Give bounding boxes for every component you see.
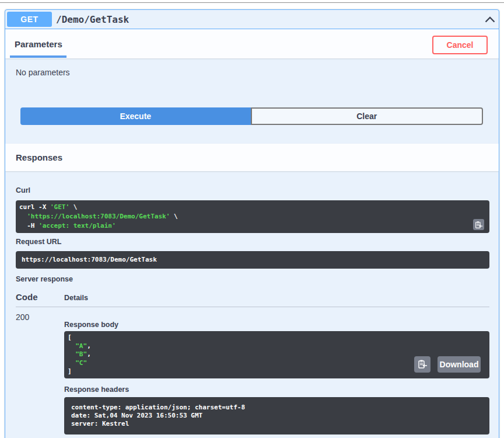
request-url-label: Request URL xyxy=(16,238,489,246)
request-url-value: https://localhost:7083/Demo/GetTask xyxy=(22,255,484,265)
chevron-up-icon xyxy=(485,16,495,23)
parameters-body: No parameters Execute Clear xyxy=(5,58,499,144)
section-divider xyxy=(0,2,504,3)
execute-button[interactable]: Execute xyxy=(20,107,251,125)
response-table-header: Code Details xyxy=(16,292,489,307)
response-headers-label: Response headers xyxy=(64,385,489,394)
code-column-header: Code xyxy=(16,292,64,302)
server-response-table: Code Details 200 Response body [ "A", "B… xyxy=(16,292,489,434)
request-url-block: https://localhost:7083/Demo/GetTask xyxy=(16,251,489,269)
response-headers-block: content-type: application/json; charset=… xyxy=(64,397,489,434)
details-column-header: Details xyxy=(64,294,88,302)
response-body-actions: Download xyxy=(414,356,481,373)
clipboard-icon xyxy=(418,359,428,369)
curl-label: Curl xyxy=(16,186,489,194)
response-body-wrap: [ "A", "B", "C"] Download xyxy=(64,331,489,378)
parameters-tab-label: Parameters xyxy=(15,39,62,49)
opblock-summary[interactable]: GET /Demo/GetTask xyxy=(5,10,499,29)
opblock-get: GET /Demo/GetTask Parameters Cancel No p… xyxy=(5,9,499,438)
responses-header: Responses xyxy=(5,144,499,171)
cancel-button[interactable]: Cancel xyxy=(432,36,488,54)
response-row: 200 Response body [ "A", "B", "C"] Downl… xyxy=(16,307,489,434)
copy-curl-button[interactable] xyxy=(473,219,484,230)
no-parameters-text: No parameters xyxy=(5,68,499,77)
status-code: 200 xyxy=(16,312,64,434)
endpoint-path: /Demo/GetTask xyxy=(56,14,129,25)
execute-clear-group: Execute Clear xyxy=(20,107,483,125)
server-response-label: Server response xyxy=(16,275,489,283)
parameters-header: Parameters Cancel xyxy=(5,29,499,58)
clipboard-icon xyxy=(475,221,483,229)
responses-title: Responses xyxy=(16,152,62,162)
active-tab-underline xyxy=(10,55,66,58)
curl-command-block: curl -X 'GET' \ 'https://localhost:7083/… xyxy=(16,200,489,233)
collapse-button[interactable] xyxy=(485,16,495,23)
clear-button[interactable]: Clear xyxy=(251,107,484,125)
response-details: Response body [ "A", "B", "C"] Download … xyxy=(64,312,489,434)
download-button[interactable]: Download xyxy=(438,356,481,373)
tab-parameters[interactable]: Parameters xyxy=(15,29,62,58)
http-method-badge: GET xyxy=(7,12,52,27)
copy-response-button[interactable] xyxy=(414,356,430,373)
response-body-label: Response body xyxy=(64,321,489,329)
responses-body: Curl curl -X 'GET' \ 'https://localhost:… xyxy=(5,171,499,438)
